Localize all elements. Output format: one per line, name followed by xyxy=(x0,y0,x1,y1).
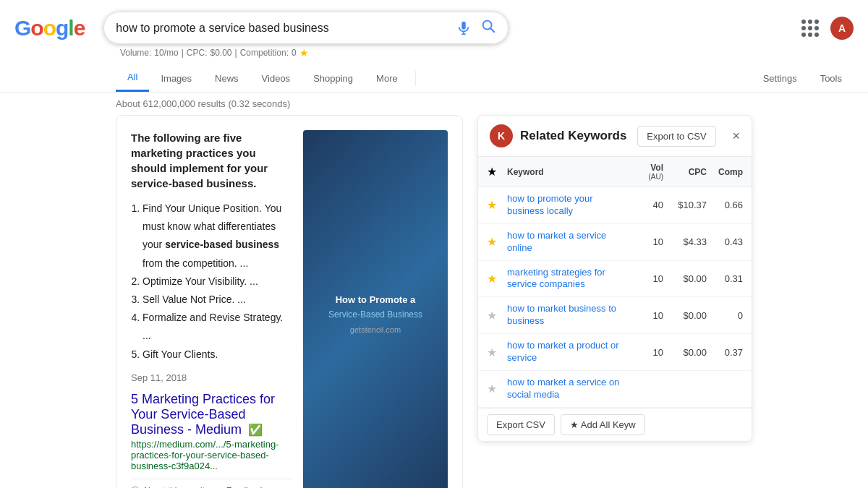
grid-dot xyxy=(801,20,806,24)
result-actions: ⓘ About this result ⊟ Feedback xyxy=(131,479,292,488)
panel-wrapper: K Related Keywords Export to CSV × ★ Key… xyxy=(477,115,752,488)
keyword-vol: 10 xyxy=(620,347,663,358)
image-line2: Service-Based Business xyxy=(328,309,422,320)
verified-icon: ✅ xyxy=(248,424,263,436)
col-star-header: ★ xyxy=(487,165,507,179)
keyword-cpc: $0.00 xyxy=(663,347,707,358)
search-icons xyxy=(456,18,496,38)
list-item: Find Your Unique Position. You must know… xyxy=(142,200,292,273)
image-line1: How to Promote a xyxy=(336,294,416,307)
grid-dot xyxy=(808,26,812,30)
snippet-title: The following are five marketing practic… xyxy=(131,130,292,191)
keyword-text[interactable]: how to market business to business xyxy=(507,303,620,328)
nav-tabs: All Images News Videos Shopping More Set… xyxy=(0,59,868,93)
keyword-vol: 10 xyxy=(620,310,663,321)
volume-label: Volume: xyxy=(120,48,151,58)
star-toggle[interactable]: ★ xyxy=(487,346,507,359)
grid-dot xyxy=(814,26,819,30)
related-keywords-panel: K Related Keywords Export to CSV × ★ Key… xyxy=(477,115,752,442)
keyword-text[interactable]: how to promote your business locally xyxy=(507,193,620,218)
tab-tools[interactable]: Tools xyxy=(809,66,854,91)
panel-title: Related Keywords xyxy=(520,129,626,143)
logo-letter-l: l xyxy=(68,16,73,40)
snippet-text: The following are five marketing practic… xyxy=(131,130,292,488)
about-result-btn[interactable]: ⓘ About this result xyxy=(131,485,205,488)
star-icon[interactable]: ★ xyxy=(299,47,309,59)
add-all-keywords-button[interactable]: ★ Add All Keyw xyxy=(561,414,645,435)
list-item: Sell Value Not Price. ... xyxy=(142,291,292,309)
table-row: ★ how to market a service on social medi… xyxy=(478,371,752,408)
tab-images[interactable]: Images xyxy=(149,66,203,91)
tab-settings[interactable]: Settings xyxy=(752,66,809,91)
nav-divider xyxy=(415,71,416,85)
keyword-text[interactable]: how to market a service on social media xyxy=(507,377,620,401)
k-icon: K xyxy=(490,124,513,147)
grid-dot xyxy=(808,33,812,37)
keyword-comp: 0.43 xyxy=(707,236,743,247)
apps-icon[interactable] xyxy=(801,20,819,37)
star-toggle[interactable]: ★ xyxy=(487,382,507,395)
keyword-cpc: $4.33 xyxy=(663,236,707,247)
search-bar[interactable] xyxy=(103,12,509,44)
cpc-label: CPC: xyxy=(187,48,208,58)
tab-more[interactable]: More xyxy=(365,66,409,91)
table-row: ★ how to market business to business 10 … xyxy=(478,297,752,334)
info-icon: ⓘ xyxy=(131,485,140,488)
main-content: The following are five marketing practic… xyxy=(0,115,868,488)
keyword-comp: 0.31 xyxy=(707,273,743,284)
google-logo[interactable]: Google xyxy=(14,16,85,40)
bottom-buttons: Export CSV ★ Add All Keyw xyxy=(478,408,752,441)
logo-letter-g2: g xyxy=(56,16,68,40)
star-toggle[interactable]: ★ xyxy=(487,198,507,212)
table-row: ★ marketing strategies for service compa… xyxy=(478,261,752,298)
header-right: A xyxy=(801,17,854,40)
list-item: Gift Your Clients. xyxy=(142,346,292,364)
logo-letter-e: e xyxy=(74,16,85,40)
star-toggle[interactable]: ★ xyxy=(487,235,507,249)
tab-shopping[interactable]: Shopping xyxy=(302,66,365,91)
tab-news[interactable]: News xyxy=(203,66,250,91)
snippet-image: How to Promote a Service-Based Business … xyxy=(303,130,448,488)
competition-label: Competition: xyxy=(240,48,289,58)
bold-text: service-based business xyxy=(165,239,279,250)
tab-all[interactable]: All xyxy=(116,64,149,92)
keyword-text[interactable]: how to market a service online xyxy=(507,230,620,254)
close-panel-button[interactable]: × xyxy=(732,129,740,144)
settings-tools: Settings Tools xyxy=(752,66,868,91)
logo-letter-g: G xyxy=(14,16,30,40)
panel-header: K Related Keywords Export to CSV × xyxy=(478,116,752,157)
volume-bar: Volume: 10/mo | CPC: $0.00 | Competition… xyxy=(0,44,868,59)
cpc-value: $0.00 xyxy=(210,48,232,58)
list-item: Formalize and Revise Strategy. ... xyxy=(142,309,292,345)
logo-letter-o1: o xyxy=(30,16,43,40)
col-cpc-header: CPC xyxy=(663,167,707,177)
star-toggle[interactable]: ★ xyxy=(487,309,507,322)
volume-value: 10/mo xyxy=(154,48,178,58)
tab-videos[interactable]: Videos xyxy=(250,66,302,91)
svg-rect-0 xyxy=(462,21,467,29)
avatar[interactable]: A xyxy=(830,17,854,40)
table-header: ★ Keyword Vol (AU) CPC Comp xyxy=(478,157,752,187)
export-csv-bottom-button[interactable]: Export CSV xyxy=(487,414,555,435)
keyword-text[interactable]: how to market a product or service xyxy=(507,340,620,364)
keyword-cpc: $0.00 xyxy=(663,310,707,321)
svg-line-4 xyxy=(491,28,495,32)
keyword-vol: 10 xyxy=(620,273,663,284)
grid-dot xyxy=(801,26,806,30)
keyword-vol: 10 xyxy=(620,236,663,247)
grid-dot xyxy=(814,20,819,24)
logo-letter-o2: o xyxy=(43,16,56,40)
snippet-list: Find Your Unique Position. You must know… xyxy=(131,200,292,364)
search-button[interactable] xyxy=(480,18,496,38)
featured-snippet: The following are five marketing practic… xyxy=(116,115,463,488)
search-input[interactable] xyxy=(116,22,456,35)
header: Google xyxy=(0,0,868,44)
keyword-text[interactable]: marketing strategies for service compani… xyxy=(507,267,620,291)
table-row: ★ how to promote your business locally 4… xyxy=(478,187,752,224)
result-link[interactable]: 5 Marketing Practices for Your Service-B… xyxy=(131,392,292,437)
star-toggle[interactable]: ★ xyxy=(487,272,507,286)
export-csv-button[interactable]: Export to CSV xyxy=(637,126,715,147)
panel-title-area: K Related Keywords xyxy=(490,124,626,147)
grid-dot xyxy=(808,20,812,24)
mic-icon[interactable] xyxy=(456,20,472,36)
